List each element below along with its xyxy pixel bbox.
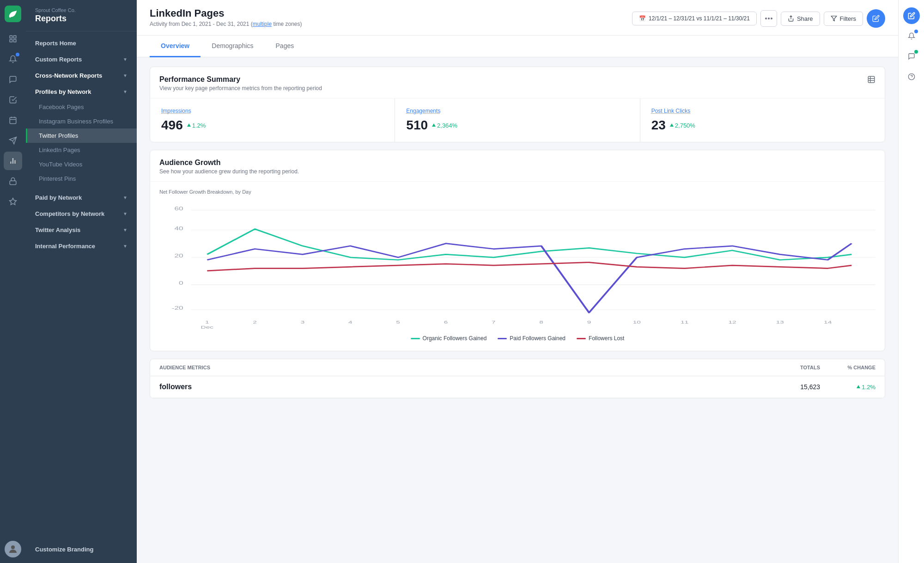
impressions-value: 496 xyxy=(161,118,183,133)
audience-growth-title: Audience Growth xyxy=(159,159,299,167)
feedback-badge xyxy=(914,50,918,54)
app-logo[interactable] xyxy=(5,6,21,22)
audience-metrics-card: Audience Metrics Totals % Change followe… xyxy=(150,359,885,398)
sidebar-item-paid-by-network[interactable]: Paid by Network ▼ xyxy=(26,190,137,206)
page-subtitle: Activity from Dec 1, 2021 - Dec 31, 2021… xyxy=(150,21,302,27)
calendar-icon: 📅 xyxy=(639,15,646,22)
row-followers-change: 1.2% xyxy=(820,384,875,391)
share-button[interactable]: Share xyxy=(781,12,820,26)
svg-text:40: 40 xyxy=(175,226,183,231)
engagements-label[interactable]: Engagements xyxy=(406,108,628,114)
chevron-down-icon: ▼ xyxy=(123,211,128,216)
tab-overview[interactable]: Overview xyxy=(150,36,201,57)
table-view-icon[interactable] xyxy=(867,75,875,86)
sidebar-item-twitter-analysis[interactable]: Twitter Analysis ▼ xyxy=(26,222,137,238)
legend-organic: Organic Followers Gained xyxy=(411,335,487,342)
sidebar-item-linkedin-pages[interactable]: LinkedIn Pages xyxy=(26,143,137,157)
svg-marker-24 xyxy=(670,123,674,127)
sidebar-item-internal-performance[interactable]: Internal Performance ▼ xyxy=(26,238,137,254)
chevron-down-icon: ▼ xyxy=(123,244,128,249)
col-change: % Change xyxy=(820,365,875,370)
legend-organic-color xyxy=(411,338,420,339)
more-options-button[interactable] xyxy=(760,10,777,27)
icon-rail xyxy=(0,0,26,563)
nav-notifications-icon[interactable] xyxy=(4,50,22,68)
timezone-link[interactable]: multiple xyxy=(253,21,272,27)
nav-send-icon[interactable] xyxy=(4,131,22,150)
sidebar-bottom: Customize Branding xyxy=(26,536,137,563)
chart-container: Net Follower Growth Breakdown, by Day 60… xyxy=(150,182,885,351)
feedback-icon[interactable] xyxy=(903,48,920,65)
filters-button[interactable]: Filters xyxy=(824,12,863,26)
audience-chart-svg: 60 40 20 0 -20 1 Dec 2 xyxy=(159,200,875,330)
sidebar-item-twitter-profiles[interactable]: Twitter Profiles xyxy=(26,129,137,143)
chevron-down-icon: ▼ xyxy=(123,195,128,200)
impressions-label[interactable]: Impressions xyxy=(161,108,383,114)
sidebar-item-competitors-by-network[interactable]: Competitors by Network ▼ xyxy=(26,206,137,222)
top-bar-actions: 📅 12/1/21 – 12/31/21 vs 11/1/21 – 11/30/… xyxy=(632,9,885,28)
engagements-value: 510 xyxy=(406,118,428,133)
metric-impressions: Impressions 496 1.2% xyxy=(150,98,395,142)
legend-lost-color xyxy=(577,338,586,339)
edit-button[interactable] xyxy=(867,9,885,28)
tab-pages[interactable]: Pages xyxy=(265,36,305,57)
compose-icon[interactable] xyxy=(903,7,920,24)
legend-paid: Paid Followers Gained xyxy=(498,335,565,342)
svg-rect-2 xyxy=(14,40,16,42)
svg-text:13: 13 xyxy=(776,319,784,324)
sidebar-item-customize-branding[interactable]: Customize Branding xyxy=(35,541,128,557)
svg-rect-13 xyxy=(10,181,16,184)
svg-rect-21 xyxy=(868,76,875,83)
performance-summary-subtitle: View your key page performance metrics f… xyxy=(159,85,322,92)
nav-compose-icon[interactable] xyxy=(4,30,22,48)
audience-growth-card: Audience Growth See how your audience gr… xyxy=(150,150,885,351)
main-content: LinkedIn Pages Activity from Dec 1, 2021… xyxy=(137,0,898,563)
nav-calendar-icon[interactable] xyxy=(4,111,22,129)
chevron-down-icon: ▼ xyxy=(123,57,128,62)
svg-text:0: 0 xyxy=(179,280,183,286)
sidebar-item-pinterest-pins[interactable]: Pinterest Pins xyxy=(26,171,137,186)
svg-text:-20: -20 xyxy=(172,305,183,311)
nav-reports-icon[interactable] xyxy=(4,152,22,170)
sidebar-item-instagram-business[interactable]: Instagram Business Profiles xyxy=(26,114,137,129)
help-icon[interactable] xyxy=(903,68,920,85)
sidebar: Sprout Coffee Co. Reports Reports Home C… xyxy=(26,0,137,563)
nav-star-icon[interactable] xyxy=(4,192,22,211)
sidebar-nav: Reports Home Custom Reports ▼ Cross-Netw… xyxy=(26,31,137,536)
svg-text:20: 20 xyxy=(175,253,183,258)
metrics-row: Impressions 496 1.2% Engagements 510 xyxy=(150,98,885,142)
metric-engagements: Engagements 510 2,364% xyxy=(395,98,640,142)
nav-bots-icon[interactable] xyxy=(4,172,22,190)
date-range-button[interactable]: 📅 12/1/21 – 12/31/21 vs 11/1/21 – 11/30/… xyxy=(632,12,757,25)
svg-text:9: 9 xyxy=(587,319,591,324)
sidebar-item-reports-home[interactable]: Reports Home xyxy=(26,35,137,51)
section-title: Reports xyxy=(35,14,128,24)
notification-icon[interactable] xyxy=(903,28,920,44)
svg-text:12: 12 xyxy=(728,319,736,324)
nav-tasks-icon[interactable] xyxy=(4,91,22,109)
sidebar-item-profiles-by-network[interactable]: Profiles by Network ▼ xyxy=(26,84,137,100)
metric-post-link-clicks: Post Link Clicks 23 2,750% xyxy=(640,98,885,142)
row-followers-value: 15,623 xyxy=(765,383,820,391)
table-header: Audience Metrics Totals % Change xyxy=(150,359,885,376)
col-audience-metrics: Audience Metrics xyxy=(159,365,765,370)
sidebar-item-facebook-pages[interactable]: Facebook Pages xyxy=(26,100,137,114)
sidebar-item-youtube-videos[interactable]: YouTube Videos xyxy=(26,157,137,171)
notification-badge xyxy=(914,30,918,33)
sidebar-item-cross-network[interactable]: Cross-Network Reports ▼ xyxy=(26,67,137,84)
top-bar: LinkedIn Pages Activity from Dec 1, 2021… xyxy=(137,0,898,36)
post-link-clicks-label[interactable]: Post Link Clicks xyxy=(651,108,874,114)
page-title: LinkedIn Pages xyxy=(150,7,302,19)
sidebar-item-custom-reports[interactable]: Custom Reports ▼ xyxy=(26,51,137,67)
chevron-down-icon: ▼ xyxy=(123,89,128,94)
svg-text:60: 60 xyxy=(175,206,183,211)
svg-text:3: 3 xyxy=(301,319,305,324)
legend-lost: Followers Lost xyxy=(577,335,624,342)
legend-paid-color xyxy=(498,338,507,339)
nav-messages-icon[interactable] xyxy=(4,70,22,89)
engagements-change: 2,364% xyxy=(432,122,457,129)
user-avatar[interactable] xyxy=(5,541,21,557)
tab-demographics[interactable]: Demographics xyxy=(201,36,264,57)
chart-label: Net Follower Growth Breakdown, by Day xyxy=(159,189,875,195)
company-name: Sprout Coffee Co. xyxy=(35,7,128,13)
